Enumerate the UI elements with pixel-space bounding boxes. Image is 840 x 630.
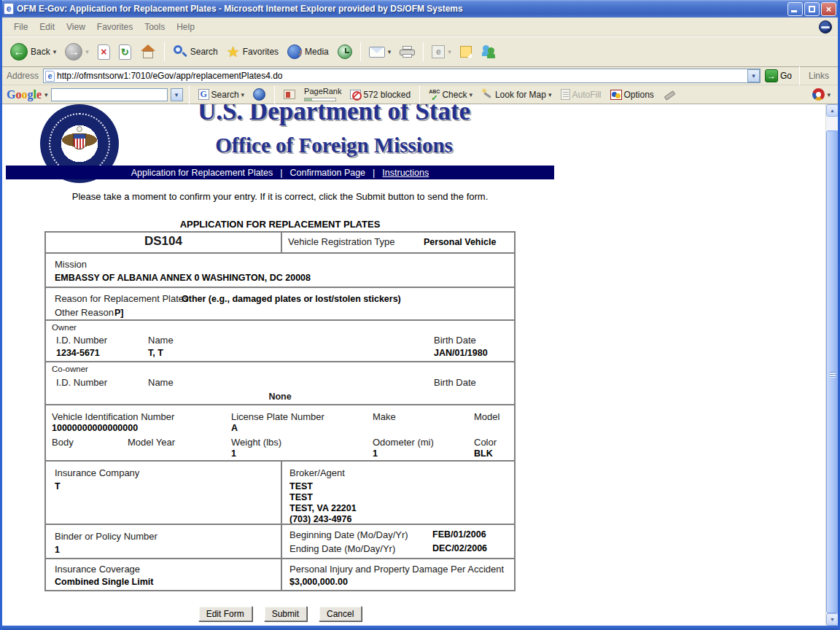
google-news-button[interactable]: [281, 88, 298, 101]
scroll-up-button[interactable]: ▲: [826, 104, 838, 117]
look-for-map-button[interactable]: Look for Map ▾: [478, 88, 555, 102]
google-search-button[interactable]: G Search ▾: [195, 88, 248, 101]
address-field[interactable]: e ▾: [43, 69, 761, 83]
refresh-button[interactable]: ↻: [115, 42, 135, 62]
model-year-label: Model Year: [128, 437, 175, 448]
forward-button[interactable]: → ▾: [61, 41, 93, 63]
other-reason-value: P]: [114, 308, 124, 318]
scroll-down-button[interactable]: ▼: [826, 613, 838, 626]
back-label: Back: [31, 47, 50, 57]
restore-button[interactable]: [804, 2, 820, 16]
options-button[interactable]: Options: [607, 88, 657, 101]
adobe-pdf-button[interactable]: ▾: [809, 87, 833, 102]
vertical-scrollbar[interactable]: ▲ ▼: [825, 104, 838, 626]
coverage-value: Combined Single Limit: [55, 577, 153, 587]
menu-bar: File Edit View Favorites Tools Help: [2, 18, 838, 36]
odometer-value: 1: [373, 448, 378, 459]
google-site-button[interactable]: [250, 87, 268, 102]
adobe-pdf-icon: [812, 88, 825, 101]
google-logo-dropdown-icon[interactable]: ▾: [44, 91, 48, 98]
nav-application-link[interactable]: Application for Replacement Plates: [131, 168, 273, 178]
back-icon: ←: [10, 43, 28, 61]
address-bar: Address e ▾ → Go Links: [2, 67, 838, 85]
cancel-button[interactable]: Cancel: [319, 606, 362, 621]
nav-instructions-link[interactable]: Instructions: [382, 168, 429, 178]
discuss-button[interactable]: [456, 44, 475, 60]
google-logo[interactable]: Google: [7, 88, 42, 101]
submit-button[interactable]: Submit: [264, 606, 307, 621]
body-label: Body: [52, 437, 74, 448]
popup-blocker-icon: [350, 90, 361, 99]
autofill-icon: [561, 89, 570, 100]
favorites-button[interactable]: ★ Favorites: [223, 42, 282, 61]
google-search-options-icon[interactable]: ▾: [241, 91, 245, 98]
autofill-button[interactable]: AutoFill: [558, 88, 604, 101]
messenger-people-icon: [481, 45, 497, 58]
options-label: Options: [624, 90, 654, 100]
owner-birth-value: JAN/01/1980: [434, 348, 488, 358]
highlighter-pen-icon: [663, 89, 676, 101]
scrollbar-thumb[interactable]: [826, 131, 838, 613]
mail-button[interactable]: ▾: [365, 44, 395, 60]
menu-favorites[interactable]: Favorites: [91, 20, 139, 34]
menu-tools[interactable]: Tools: [139, 20, 171, 34]
address-dropdown-button[interactable]: ▾: [747, 69, 760, 82]
history-button[interactable]: [334, 42, 356, 61]
application-form-table: DS104 Vehicle Registration Type Personal…: [44, 231, 516, 591]
stop-button[interactable]: ×: [94, 42, 114, 62]
check-dropdown-icon[interactable]: ▾: [469, 91, 472, 98]
toolbar-separator: [423, 42, 424, 61]
close-button[interactable]: ×: [821, 2, 836, 16]
globe-icon: [253, 88, 265, 101]
other-reason-label: Other Reason: [55, 307, 114, 318]
back-button[interactable]: ← Back ▾: [7, 41, 60, 63]
ie-document-icon: e: [4, 3, 14, 15]
mail-dropdown-icon[interactable]: ▾: [388, 48, 392, 55]
ds-form-number: DS104: [46, 234, 281, 249]
spellcheck-button[interactable]: ABC✓ Check ▾: [426, 88, 475, 102]
pagerank-indicator[interactable]: PageRank: [301, 86, 344, 103]
menu-view[interactable]: View: [61, 20, 91, 34]
back-dropdown-icon[interactable]: ▾: [53, 48, 57, 55]
begin-date-label: Beginning Date (Mo/Day/Yr): [289, 529, 408, 540]
highlight-button[interactable]: [660, 88, 679, 102]
popup-blocked-button[interactable]: 572 blocked: [347, 88, 413, 101]
title-bar[interactable]: e OFM E-Gov: Application for Replacement…: [0, 0, 840, 18]
address-input[interactable]: [57, 71, 747, 81]
broker-line-4: (703) 243-4976: [289, 514, 351, 524]
search-button[interactable]: Search: [169, 42, 222, 61]
messenger-button[interactable]: [477, 43, 500, 61]
forward-icon: →: [65, 43, 82, 61]
autofill-label: AutoFill: [572, 90, 602, 100]
google-g-icon: G: [198, 89, 209, 100]
pdf-dropdown-icon[interactable]: ▾: [827, 91, 831, 98]
edit-form-button[interactable]: Edit Form: [198, 606, 252, 621]
injury-label: Personal Injury and Property Damage Per …: [289, 564, 504, 575]
menu-edit[interactable]: Edit: [34, 20, 61, 34]
toolbar-separator: [189, 85, 190, 104]
vin-label: Vehicle Identification Number: [52, 411, 174, 422]
google-search-dropdown[interactable]: ▾: [171, 88, 183, 101]
menu-help[interactable]: Help: [171, 20, 201, 34]
edit-with-word-button[interactable]: e ▾: [428, 43, 455, 61]
google-search-input[interactable]: [51, 88, 168, 101]
broker-line-1: TEST: [289, 481, 313, 491]
go-button[interactable]: → Go: [761, 69, 796, 82]
brand-logo-icon: [819, 20, 832, 34]
favorites-star-icon: ★: [227, 44, 240, 59]
map-dropdown-icon[interactable]: ▾: [548, 91, 552, 98]
links-toolbar[interactable]: Links: [803, 71, 835, 81]
minimize-button[interactable]: [788, 2, 803, 16]
home-button[interactable]: [136, 42, 160, 61]
print-button[interactable]: [396, 44, 419, 60]
media-button[interactable]: ♪ Media: [284, 42, 332, 61]
plate-label: License Plate Number: [231, 411, 324, 422]
pagerank-bar: [304, 98, 336, 101]
insurance-company-label: Insurance Company: [55, 467, 139, 478]
nav-confirmation-link[interactable]: Confirmation Page: [290, 168, 366, 178]
standard-toolbar: ← Back ▾ → ▾ × ↻ Search ★ Favorites ♪ Me…: [2, 36, 838, 67]
blocked-count-label: 572 blocked: [363, 90, 411, 100]
menu-file[interactable]: File: [8, 20, 34, 34]
reason-value: Other (e.g., damaged plates or lost/stol…: [182, 294, 401, 304]
row-reason: Reason for Replacement Plates Other (e.g…: [46, 287, 514, 319]
